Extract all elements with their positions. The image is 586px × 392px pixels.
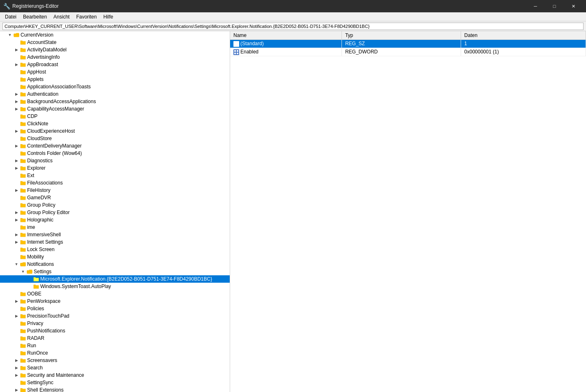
expand-icon[interactable] bbox=[13, 46, 20, 53]
tree-node-cloudexperiencehost[interactable]: CloudExperienceHost bbox=[0, 127, 230, 135]
tree-node-label: Notifications bbox=[27, 261, 54, 267]
menu-bearbeiten[interactable]: Bearbeiten bbox=[20, 13, 50, 21]
tree-node-advertisinginfo[interactable]: AdvertisingInfo bbox=[0, 53, 230, 61]
menu-datei[interactable]: Datei bbox=[2, 13, 20, 21]
tree-node-settings[interactable]: Settings bbox=[0, 268, 230, 275]
tree-node-activitydatamodel[interactable]: ActivityDataModel bbox=[0, 46, 230, 53]
close-button[interactable]: ✕ bbox=[564, 0, 583, 12]
expand-icon[interactable] bbox=[13, 217, 20, 223]
expand-icon[interactable] bbox=[13, 165, 20, 171]
leaf-spacer bbox=[13, 172, 20, 179]
tree-node-applets[interactable]: Applets bbox=[0, 76, 230, 83]
tree-node-accountstate[interactable]: AccountState bbox=[0, 39, 230, 46]
tree-node-cdp[interactable]: CDP bbox=[0, 113, 230, 120]
collapse-icon[interactable] bbox=[13, 261, 20, 267]
tree-node-explorer[interactable]: Explorer bbox=[0, 164, 230, 172]
menu-ansicht[interactable]: Ansicht bbox=[50, 13, 73, 21]
tree-node-penworkspace[interactable]: PenWorkspace bbox=[0, 297, 230, 305]
tree-node-currentversion[interactable]: CurrentVersion bbox=[0, 31, 230, 39]
expand-icon[interactable] bbox=[13, 209, 20, 216]
tree-panel[interactable]: CurrentVersion AccountState ActivityData… bbox=[0, 31, 230, 392]
col-typ: Typ bbox=[341, 31, 461, 40]
tree-node-radar[interactable]: RADAR bbox=[0, 334, 230, 342]
tree-node-oobe[interactable]: OOBE bbox=[0, 290, 230, 297]
table-row[interactable]: ab (Standard) REG_SZ 1 bbox=[230, 40, 586, 48]
collapse-icon[interactable] bbox=[7, 32, 13, 38]
menu-hilfe[interactable]: Hilfe bbox=[100, 13, 116, 21]
tree-node-cloudstore[interactable]: CloudStore bbox=[0, 135, 230, 142]
expand-icon[interactable] bbox=[13, 239, 20, 245]
table-row[interactable]: Enabled REG_DWORD 0x00000001 (1) bbox=[230, 48, 586, 56]
tree-node-ext[interactable]: Ext bbox=[0, 172, 230, 179]
tree-node-label: FileAssociations bbox=[27, 180, 63, 186]
expand-icon[interactable] bbox=[13, 91, 20, 97]
tree-node-contentdeliverymanager[interactable]: ContentDeliveryManager bbox=[0, 142, 230, 150]
expand-icon[interactable] bbox=[13, 98, 20, 105]
tree-node-apphost[interactable]: AppHost bbox=[0, 68, 230, 76]
tree-node-msexplorernotif[interactable]: Microsoft.Explorer.Notification.{B2E2D05… bbox=[0, 275, 230, 283]
tree-node-securitymaintenance[interactable]: Security and Maintenance bbox=[0, 371, 230, 379]
tree-node-windowssystemtoast[interactable]: Windows.SystemToast.AutoPlay bbox=[0, 283, 230, 290]
tree-node-shellextensions[interactable]: Shell Extensions bbox=[0, 386, 230, 392]
tree-node-clicknote[interactable]: ClickNote bbox=[0, 120, 230, 127]
reg-type-cell: REG_SZ bbox=[341, 40, 461, 48]
expand-icon[interactable] bbox=[13, 357, 20, 364]
title-bar: 🔧 Registrierungs-Editor ─ □ ✕ bbox=[0, 0, 586, 12]
folder-icon bbox=[20, 61, 26, 68]
tree-node-capabilityaccessmanager[interactable]: CapabilityAccessManager bbox=[0, 105, 230, 113]
tree-node-filehistory[interactable]: FileHistory bbox=[0, 187, 230, 194]
tree-node-policies[interactable]: Policies bbox=[0, 305, 230, 312]
tree-node-notifications[interactable]: Notifications bbox=[0, 261, 230, 268]
tree-node-internetsettings[interactable]: Internet Settings bbox=[0, 238, 230, 246]
tree-node-runonce[interactable]: RunOnce bbox=[0, 349, 230, 357]
tree-node-applicationassociationtoasts[interactable]: ApplicationAssociationToasts bbox=[0, 83, 230, 90]
tree-node-settingsync[interactable]: SettingSync bbox=[0, 379, 230, 386]
tree-node-diagnostics[interactable]: Diagnostics bbox=[0, 157, 230, 164]
expand-icon[interactable] bbox=[13, 106, 20, 112]
expand-icon[interactable] bbox=[13, 157, 20, 164]
leaf-spacer bbox=[13, 135, 20, 142]
tree-node-grouppolicyeditor[interactable]: Group Policy Editor bbox=[0, 209, 230, 216]
expand-icon[interactable] bbox=[13, 364, 20, 371]
tree-node-precisiontouchpad[interactable]: PrecisionTouchPad bbox=[0, 312, 230, 320]
tree-node-run[interactable]: Run bbox=[0, 342, 230, 349]
expand-icon[interactable] bbox=[13, 187, 20, 194]
tree-node-mobility[interactable]: Mobility bbox=[0, 253, 230, 261]
tree-node-controlsfolder[interactable]: Controls Folder (Wow64) bbox=[0, 150, 230, 157]
tree-node-backgroundaccessapplications[interactable]: BackgroundAccessApplications bbox=[0, 98, 230, 105]
expand-icon[interactable] bbox=[13, 128, 20, 134]
tree-node-holographic[interactable]: Holographic bbox=[0, 216, 230, 224]
tree-node-ime[interactable]: ime bbox=[0, 224, 230, 231]
tree-node-fileassociations[interactable]: FileAssociations bbox=[0, 179, 230, 187]
folder-icon bbox=[20, 54, 26, 60]
tree-node-immersiveshell[interactable]: ImmersiveShell bbox=[0, 231, 230, 238]
expand-icon[interactable] bbox=[13, 387, 20, 392]
expand-icon[interactable] bbox=[13, 313, 20, 319]
tree-node-authentication[interactable]: Authentication bbox=[0, 90, 230, 98]
leaf-spacer bbox=[13, 350, 20, 356]
folder-icon bbox=[20, 180, 26, 186]
expand-icon[interactable] bbox=[13, 231, 20, 238]
tree-node-lockscreen[interactable]: Lock Screen bbox=[0, 246, 230, 253]
address-path[interactable]: Computer\HKEY_CURRENT_USER\Software\Micr… bbox=[2, 23, 584, 30]
tree-node-search[interactable]: Search bbox=[0, 364, 230, 371]
tree-node-screensavers[interactable]: Screensavers bbox=[0, 357, 230, 364]
expand-icon[interactable] bbox=[13, 61, 20, 68]
tree-node-grouppolicy[interactable]: Group Policy bbox=[0, 201, 230, 209]
minimize-button[interactable]: ─ bbox=[526, 0, 545, 12]
expand-icon[interactable] bbox=[13, 372, 20, 378]
tree-node-gamedvr[interactable]: GameDVR bbox=[0, 194, 230, 201]
menu-favoriten[interactable]: Favoriten bbox=[73, 13, 100, 21]
leaf-spacer bbox=[26, 276, 33, 282]
tree-node-pushnotifications[interactable]: PushNotifications bbox=[0, 327, 230, 334]
folder-icon bbox=[20, 372, 26, 378]
maximize-button[interactable]: □ bbox=[545, 0, 564, 12]
tree-node-appbroadcast[interactable]: AppBroadcast bbox=[0, 61, 230, 68]
tree-node-label: Search bbox=[27, 365, 43, 371]
leaf-spacer bbox=[13, 39, 20, 46]
expand-icon[interactable] bbox=[13, 143, 20, 149]
tree-node-label: RADAR bbox=[27, 335, 44, 341]
expand-icon[interactable] bbox=[13, 298, 20, 304]
tree-node-privacy[interactable]: Privacy bbox=[0, 320, 230, 327]
collapse-icon[interactable] bbox=[20, 268, 26, 275]
